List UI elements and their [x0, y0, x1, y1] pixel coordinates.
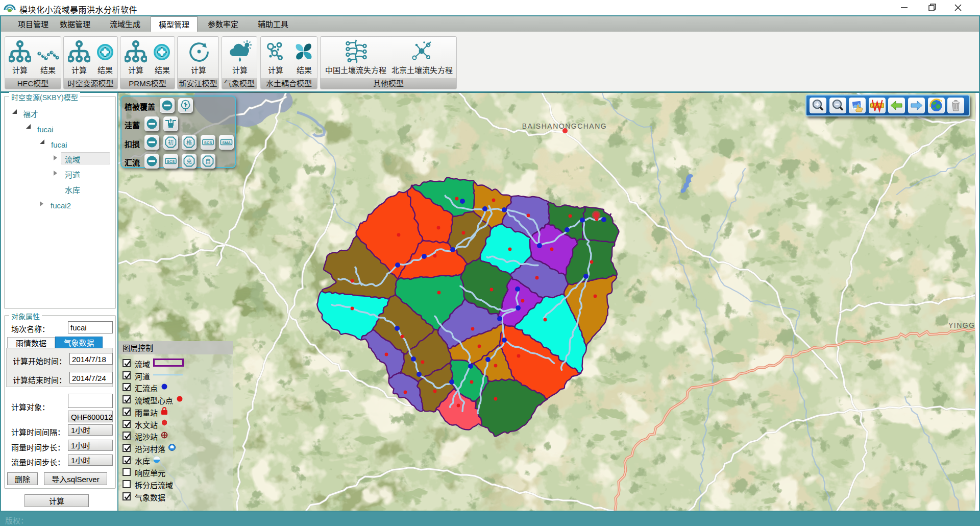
svg-text:自: 自	[205, 157, 211, 165]
svg-text:SCS: SCS	[167, 158, 175, 164]
svg-text:格: 格	[186, 138, 192, 146]
svg-text:初: 初	[168, 138, 174, 146]
svg-text:YINGGUAN: YINGGUAN	[948, 320, 975, 330]
svg-text:SMA: SMA	[222, 139, 231, 145]
svg-text:SCS: SCS	[204, 139, 212, 145]
svg-text:克: 克	[186, 157, 192, 165]
